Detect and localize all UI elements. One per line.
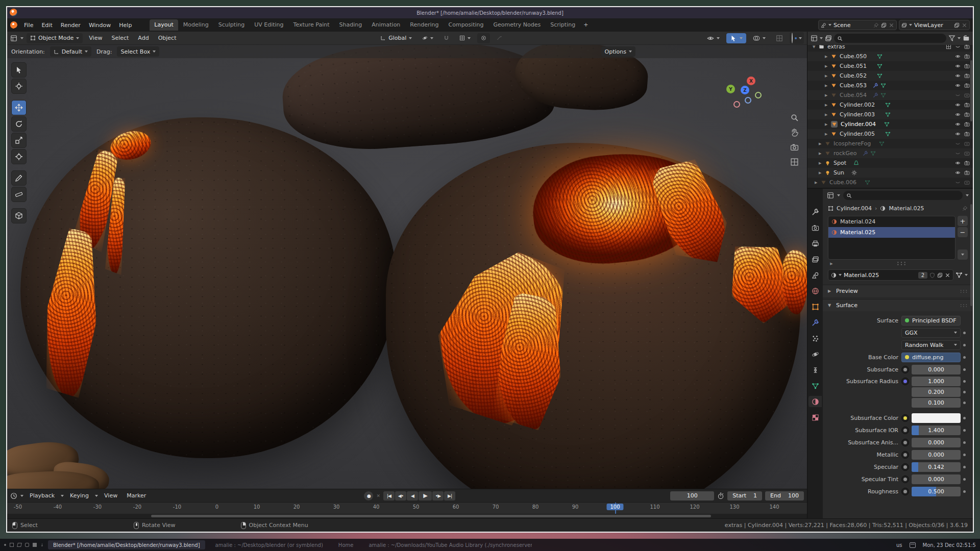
- outliner-row[interactable]: ▶ IcosphereFog: [807, 139, 973, 148]
- expand-arrow-icon[interactable]: ▶: [825, 64, 829, 68]
- outliner-scrollbar[interactable]: [970, 60, 972, 121]
- unlink-material-icon[interactable]: [945, 272, 950, 278]
- decorator-dot[interactable]: [963, 417, 966, 419]
- blender-menu-icon[interactable]: [10, 21, 17, 29]
- socket-icon[interactable]: [901, 414, 909, 422]
- decorator-dot[interactable]: [963, 391, 966, 393]
- material-slot-list[interactable]: Material.024 Material.025: [828, 216, 955, 260]
- socket-icon[interactable]: [901, 427, 909, 434]
- decorator-dot[interactable]: [963, 332, 966, 334]
- decorator-dot[interactable]: [963, 429, 966, 432]
- prev-keyframe-button[interactable]: ◀•: [395, 491, 406, 500]
- tab-scene[interactable]: [808, 269, 822, 281]
- transform-orientation-dropdown[interactable]: Global: [377, 33, 415, 43]
- pin-icon[interactable]: [873, 22, 879, 28]
- display-mode-icon[interactable]: [825, 35, 832, 42]
- outliner-row[interactable]: ▶ Cube.006: [807, 178, 973, 187]
- outliner-row[interactable]: ▶ Cube.050: [807, 52, 973, 61]
- decorator-dot[interactable]: [963, 368, 966, 371]
- tab-rendering[interactable]: Rendering: [405, 19, 443, 31]
- axis-z[interactable]: Z: [741, 86, 749, 94]
- camera-icon[interactable]: [964, 54, 970, 59]
- scale-tool[interactable]: [11, 133, 27, 148]
- tab-texture-paint[interactable]: Texture Paint: [289, 19, 334, 31]
- material-slot[interactable]: Material.024: [828, 216, 955, 227]
- camera-disabled-icon[interactable]: [964, 180, 970, 185]
- tab-shading[interactable]: Shading: [335, 19, 367, 31]
- workspace-icon[interactable]: [4, 544, 6, 546]
- outliner-row[interactable]: ▶ Cylinder.002: [807, 100, 973, 110]
- outliner-row[interactable]: ▶ Cube.052: [807, 71, 973, 81]
- object-name[interactable]: Cube.050: [839, 53, 868, 60]
- outliner-row-light[interactable]: ▶ Sun: [807, 168, 973, 178]
- decorator-dot[interactable]: [963, 380, 966, 383]
- user-count-badge[interactable]: 2: [918, 272, 927, 279]
- expand-arrow-icon[interactable]: ▶: [828, 262, 835, 266]
- checkbox-icon[interactable]: [946, 45, 951, 49]
- play-button[interactable]: ▶: [419, 491, 432, 500]
- gizmos-dropdown[interactable]: [726, 33, 746, 43]
- workspace-icon[interactable]: [17, 543, 22, 547]
- remove-slot-button[interactable]: −: [958, 227, 968, 237]
- outliner-row[interactable]: ▶ rockGeo: [807, 148, 973, 158]
- camera-view-icon[interactable]: [790, 143, 799, 152]
- keyboard-layout[interactable]: us: [896, 542, 902, 548]
- camera-disabled-icon[interactable]: [964, 151, 970, 156]
- tab-scripting[interactable]: Scripting: [546, 19, 580, 31]
- tab-modifiers[interactable]: [808, 317, 822, 328]
- menu-playback[interactable]: Playback: [27, 491, 58, 500]
- eye-icon[interactable]: [955, 131, 961, 137]
- taskbar-window-blender[interactable]: Blender* [/home/amalie/Desktop/blender/r…: [48, 540, 205, 549]
- camera-disabled-icon[interactable]: [964, 141, 970, 146]
- camera-icon[interactable]: [964, 131, 970, 137]
- tab-physics[interactable]: [808, 348, 822, 360]
- tab-material[interactable]: [808, 396, 822, 407]
- object-name[interactable]: Sun: [832, 169, 845, 176]
- outliner-editor[interactable]: ▼ extras ▶ Cube.050: [807, 32, 973, 189]
- object-name[interactable]: Cube.052: [839, 72, 868, 79]
- outliner-row[interactable]: ▶ Cylinder.005: [807, 129, 973, 139]
- decorator-dot[interactable]: [963, 356, 966, 359]
- surface-shader-button[interactable]: Principled BSDF: [901, 316, 961, 325]
- copy-material-icon[interactable]: [937, 272, 943, 278]
- tab-world[interactable]: [808, 285, 822, 296]
- new-viewlayer-icon[interactable]: [954, 22, 960, 28]
- subsurface-method-dropdown[interactable]: Random Walk: [901, 340, 961, 350]
- socket-icon[interactable]: [901, 488, 909, 495]
- cursor-tool[interactable]: [11, 79, 27, 94]
- menu-view[interactable]: View: [101, 491, 120, 500]
- collection-name[interactable]: extras: [826, 45, 846, 50]
- snap-settings-dropdown[interactable]: [456, 33, 474, 43]
- outliner-row-light[interactable]: ▶ Spot: [807, 158, 973, 168]
- menu-help[interactable]: Help: [115, 20, 135, 30]
- scrollbar-thumb[interactable]: [151, 515, 711, 517]
- menu-file[interactable]: File: [20, 20, 37, 30]
- frame-end-field[interactable]: End 100: [765, 491, 804, 500]
- eye-icon[interactable]: [955, 83, 961, 88]
- socket-icon[interactable]: [901, 451, 909, 459]
- options-dropdown[interactable]: Options: [601, 46, 635, 57]
- tab-texture[interactable]: [808, 412, 822, 423]
- camera-icon[interactable]: [964, 121, 970, 127]
- object-name[interactable]: Spot: [832, 160, 847, 166]
- material-datablock[interactable]: Material.025 2: [828, 269, 953, 281]
- annotate-tool[interactable]: [11, 170, 27, 186]
- remove-viewlayer-icon[interactable]: [962, 22, 967, 28]
- socket-icon[interactable]: [901, 366, 909, 373]
- object-name[interactable]: Cube.054: [839, 92, 868, 98]
- tab-constraints[interactable]: [808, 364, 822, 375]
- eye-icon[interactable]: [955, 102, 961, 108]
- transform-tool[interactable]: [11, 149, 27, 164]
- expand-arrow-icon[interactable]: ▶: [825, 55, 829, 59]
- object-name[interactable]: Cube.053: [839, 82, 868, 89]
- rotate-tool[interactable]: [11, 116, 27, 132]
- 3d-viewport[interactable]: Object Mode View Select Add Object Globa…: [7, 32, 807, 489]
- timeline-ruler[interactable]: 100 -50-40-30-20-10010203040506070809011…: [7, 503, 807, 514]
- expand-arrow-icon[interactable]: ▶: [819, 152, 823, 156]
- subsurface-aniso-slider[interactable]: 0.000: [912, 438, 961, 447]
- object-name[interactable]: Cylinder.003: [839, 111, 876, 118]
- eye-closed-icon[interactable]: [955, 92, 961, 98]
- mode-dropdown[interactable]: Object Mode: [27, 33, 83, 43]
- axis-neg-y[interactable]: [755, 92, 762, 98]
- eye-closed-icon[interactable]: [955, 141, 961, 146]
